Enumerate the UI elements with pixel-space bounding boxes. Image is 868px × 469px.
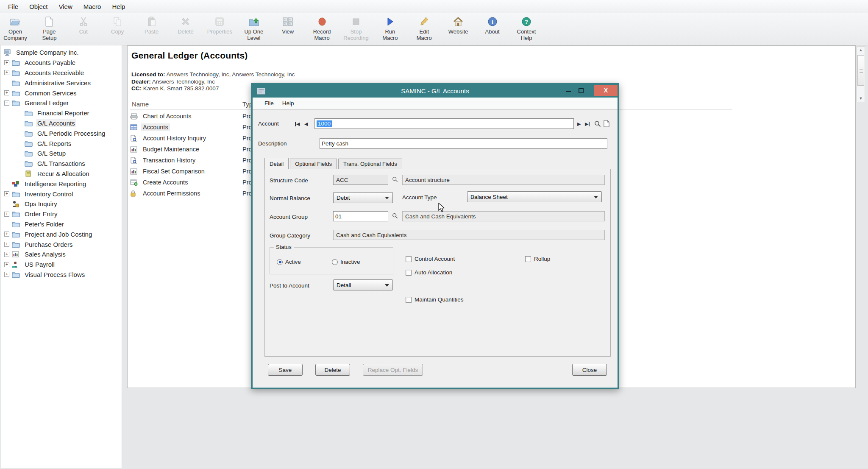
tree-item-project-and-job-costing[interactable]: +Project and Job Costing <box>1 229 122 239</box>
tree-item-peter-s-folder[interactable]: Peter's Folder <box>1 219 122 229</box>
finder-icon[interactable] <box>594 120 601 127</box>
folder-icon <box>25 150 33 156</box>
normal-balance-select[interactable]: Debit <box>333 192 393 203</box>
about-icon: i <box>487 17 498 27</box>
page-setup-icon <box>45 17 54 27</box>
scroll-up-icon[interactable]: ▲ <box>857 47 865 53</box>
expand-icon[interactable]: + <box>4 90 9 95</box>
structure-code-finder-icon[interactable] <box>392 176 398 182</box>
expand-icon[interactable]: + <box>4 191 9 196</box>
tree-item-inventory-control[interactable]: +Inventory Control <box>1 189 122 199</box>
tree-item-order-entry[interactable]: +Order Entry <box>1 209 122 219</box>
expand-icon[interactable]: + <box>4 252 9 257</box>
menu-item-macro[interactable]: Macro <box>78 1 107 12</box>
tree-item-accounts-receivable[interactable]: +Accounts Receivable <box>1 68 122 78</box>
tree-item-g-l-transactions[interactable]: G/L Transactions <box>1 159 122 169</box>
status-inactive-radio[interactable]: Inactive <box>332 259 360 265</box>
account-input[interactable]: 1000 <box>314 118 574 129</box>
close-button[interactable]: Close <box>572 364 607 376</box>
toolbar-about-button[interactable]: iAbout <box>475 15 510 35</box>
tree-item-purchase-orders[interactable]: +Purchase Orders <box>1 239 122 249</box>
toolbar-edit-macro-button[interactable]: EditMacro <box>406 15 442 41</box>
dialog-menu-help[interactable]: Help <box>278 99 298 108</box>
toolbar-button-label: EditMacro <box>406 28 442 41</box>
maintain-quantities-checkbox[interactable]: Maintain Quantities <box>406 296 464 303</box>
tree-item-g-l-periodic-processing[interactable]: G/L Periodic Processing <box>1 128 122 138</box>
tree-item-g-l-setup[interactable]: G/L Setup <box>1 148 122 159</box>
structure-code-input[interactable]: ACC <box>333 175 388 185</box>
expand-icon[interactable]: + <box>4 70 9 75</box>
app-menubar: FileObjectViewMacroHelp <box>0 0 868 13</box>
menu-item-view[interactable]: View <box>53 1 78 12</box>
notebook-icon <box>25 170 31 177</box>
dialog-titlebar[interactable]: SAMINC - G/L Accounts X <box>253 85 618 98</box>
menu-item-help[interactable]: Help <box>106 1 131 12</box>
account-group-input[interactable]: 01 <box>333 211 388 221</box>
tree-item-general-ledger[interactable]: −General Ledger <box>1 98 122 108</box>
list-item-name: Accounts <box>141 123 170 131</box>
licensed-to-label: Licensed to: <box>131 71 165 78</box>
tab-optional-fields[interactable]: Optional Fields <box>290 159 337 169</box>
list-header-name[interactable]: Name <box>132 100 149 108</box>
tree-item-g-l-accounts[interactable]: G/L Accounts <box>1 118 122 128</box>
toolbar-up-one-level-button[interactable]: Up OneLevel <box>236 15 272 41</box>
collapse-icon[interactable]: − <box>4 100 9 106</box>
dialog-menu-file[interactable]: File <box>260 99 278 108</box>
new-record-icon[interactable] <box>604 120 609 127</box>
go-first-button[interactable]: ◀ <box>295 119 300 129</box>
go-last-button[interactable]: ▶ <box>585 119 590 129</box>
scroll-down-icon[interactable]: ▼ <box>857 95 865 102</box>
scrollbar-thumb[interactable] <box>857 55 864 86</box>
account-type-select[interactable]: Balance Sheet <box>467 191 602 202</box>
expand-icon[interactable]: + <box>4 212 9 217</box>
description-input[interactable]: Petty cash <box>320 138 607 149</box>
menu-item-file[interactable]: File <box>3 1 24 12</box>
auto-allocation-checkbox[interactable]: Auto Allocation <box>406 269 452 276</box>
tree-item-recur-allocation[interactable]: Recur & Allocation <box>1 169 122 179</box>
toolbar-page-setup-button[interactable]: PageSetup <box>31 15 67 41</box>
vertical-scrollbar[interactable]: ▲ ▼ <box>857 46 865 102</box>
mouse-cursor <box>438 203 448 215</box>
tree-item-intelligence-reporting[interactable]: Intelligence Reporting <box>1 179 122 189</box>
status-active-radio[interactable]: Active <box>277 259 301 265</box>
cc-label: CC: <box>131 85 142 92</box>
expand-icon[interactable]: + <box>4 262 9 267</box>
save-button[interactable]: Save <box>268 364 303 376</box>
tree-item-financial-reporter[interactable]: Financial Reporter <box>1 108 122 118</box>
go-previous-button[interactable]: ◀ <box>304 119 308 129</box>
tree-item-common-services[interactable]: +Common Services <box>1 88 122 98</box>
toolbar-website-button[interactable]: Website <box>440 15 476 35</box>
tree-item-accounts-payable[interactable]: +Accounts Payable <box>1 58 122 68</box>
tab-detail[interactable]: Detail <box>264 158 289 169</box>
menu-item-object[interactable]: Object <box>24 1 53 12</box>
tree-item-sales-analysis[interactable]: +Sales Analysis <box>1 249 122 260</box>
control-account-checkbox[interactable]: Control Account <box>406 256 455 262</box>
toolbar-view-button[interactable]: NNNNView <box>270 15 306 35</box>
tree-item-visual-process-flows[interactable]: +Visual Process Flows <box>1 270 122 280</box>
rollup-checkbox[interactable]: Rollup <box>525 256 550 262</box>
toolbar-paste-button: Paste <box>134 15 170 35</box>
replace-opt-fields-button[interactable]: Replace Opt. Fields <box>363 364 423 376</box>
go-next-button[interactable]: ▶ <box>577 119 581 129</box>
toolbar-context-help-button[interactable]: ?ContextHelp <box>509 15 544 41</box>
maximize-icon[interactable] <box>579 88 584 93</box>
tree-item-ops-inquiry[interactable]: Ops Inquiry <box>1 199 122 209</box>
delete-button[interactable]: Delete <box>315 364 350 376</box>
chart-icon <box>12 251 19 257</box>
expand-icon[interactable]: + <box>4 60 9 65</box>
tree-item-g-l-reports[interactable]: G/L Reports <box>1 138 122 148</box>
expand-icon[interactable]: + <box>4 232 9 237</box>
toolbar-open-company-button[interactable]: OpenCompany <box>0 15 33 41</box>
expand-icon[interactable]: + <box>4 242 9 247</box>
tree-item-us-payroll[interactable]: +US Payroll <box>1 260 122 270</box>
post-to-account-select[interactable]: Detail <box>333 279 393 290</box>
tree-item-administrative-services[interactable]: Administrative Services <box>1 78 122 88</box>
tree-item-sample-company-inc-[interactable]: Sample Company Inc. <box>1 47 122 58</box>
account-group-finder-icon[interactable] <box>392 213 398 219</box>
toolbar-record-macro-button[interactable]: RecordMacro <box>304 15 340 41</box>
minimize-icon[interactable] <box>566 91 571 92</box>
expand-icon[interactable]: + <box>4 272 9 277</box>
toolbar-run-macro-button[interactable]: RunMacro <box>372 15 408 41</box>
close-icon[interactable]: X <box>594 85 618 96</box>
tab-trans-optional-fields[interactable]: Trans. Optional Fields <box>338 159 402 169</box>
